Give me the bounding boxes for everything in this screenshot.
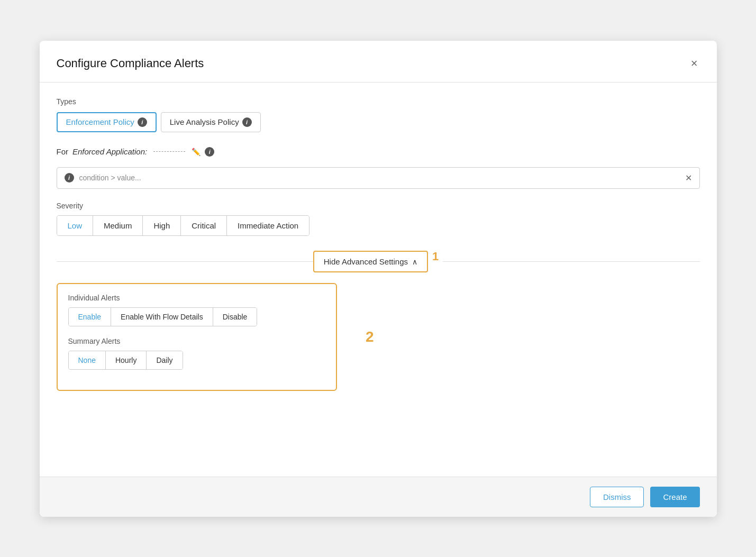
advanced-section-wrapper: Individual Alerts Enable Enable With Flo… (57, 283, 337, 391)
enforcement-info-icon[interactable]: i (138, 117, 147, 127)
annotation-2: 2 (366, 328, 374, 345)
individual-alerts-label: Individual Alerts (68, 294, 325, 302)
clear-condition-icon[interactable]: ✕ (685, 173, 692, 183)
individual-disable-btn[interactable]: Disable (213, 308, 257, 326)
modal-body: Types Enforcement Policy i Live Analysis… (40, 83, 717, 477)
dashed-line (153, 151, 185, 152)
advanced-section: Individual Alerts Enable Enable With Flo… (57, 283, 337, 391)
type-enforcement-btn[interactable]: Enforcement Policy i (57, 112, 157, 132)
severity-row: Low Medium High Critical Immediate Actio… (57, 215, 310, 236)
live-label: Live Analysis Policy (170, 117, 239, 126)
divider-line-left (57, 261, 313, 262)
divider-line-right (443, 261, 699, 262)
chevron-up-icon (412, 257, 417, 266)
summary-none-btn[interactable]: None (69, 351, 106, 369)
modal-title: Configure Compliance Alerts (57, 57, 204, 70)
create-button[interactable]: Create (650, 487, 699, 507)
severity-immediate-btn[interactable]: Immediate Action (227, 216, 309, 235)
for-info-icon[interactable]: i (205, 147, 214, 157)
severity-medium-btn[interactable]: Medium (93, 216, 143, 235)
modal-footer: Dismiss Create (40, 477, 717, 517)
divider-row: Hide Advanced Settings 1 (57, 251, 700, 272)
summary-alerts-toggle: None Hourly Daily (68, 351, 183, 370)
types-row: Enforcement Policy i Live Analysis Polic… (57, 112, 700, 132)
enforcement-label: Enforcement Policy (66, 117, 134, 126)
hide-advanced-label: Hide Advanced Settings (324, 257, 408, 266)
for-row: For Enforced Application: ✏️ i (57, 147, 700, 157)
summary-hourly-btn[interactable]: Hourly (106, 351, 147, 369)
type-live-btn[interactable]: Live Analysis Policy i (161, 112, 261, 132)
modal-dialog: Configure Compliance Alerts × Types Enfo… (40, 41, 717, 517)
individual-enable-flow-btn[interactable]: Enable With Flow Details (111, 308, 213, 326)
close-button[interactable]: × (689, 56, 700, 71)
modal-header: Configure Compliance Alerts × (40, 41, 717, 83)
for-prefix: For (57, 147, 69, 156)
condition-info-icon: i (65, 173, 74, 182)
condition-input-row: i condition > value... ✕ (57, 167, 700, 189)
hide-advanced-btn[interactable]: Hide Advanced Settings (313, 251, 428, 272)
edit-icon[interactable]: ✏️ (192, 148, 201, 156)
individual-alerts-toggle: Enable Enable With Flow Details Disable (68, 307, 258, 326)
live-info-icon[interactable]: i (242, 117, 252, 127)
summary-daily-btn[interactable]: Daily (147, 351, 182, 369)
condition-placeholder: condition > value... (79, 174, 685, 182)
severity-critical-btn[interactable]: Critical (181, 216, 227, 235)
dismiss-button[interactable]: Dismiss (590, 487, 644, 507)
summary-alerts-label: Summary Alerts (68, 337, 325, 345)
annotation-1: 1 (432, 251, 439, 262)
enforced-application-label: Enforced Application: (72, 147, 147, 156)
severity-label: Severity (57, 202, 700, 210)
types-label: Types (57, 97, 700, 106)
severity-low-btn[interactable]: Low (57, 216, 94, 235)
individual-enable-btn[interactable]: Enable (69, 308, 112, 326)
severity-high-btn[interactable]: High (143, 216, 181, 235)
